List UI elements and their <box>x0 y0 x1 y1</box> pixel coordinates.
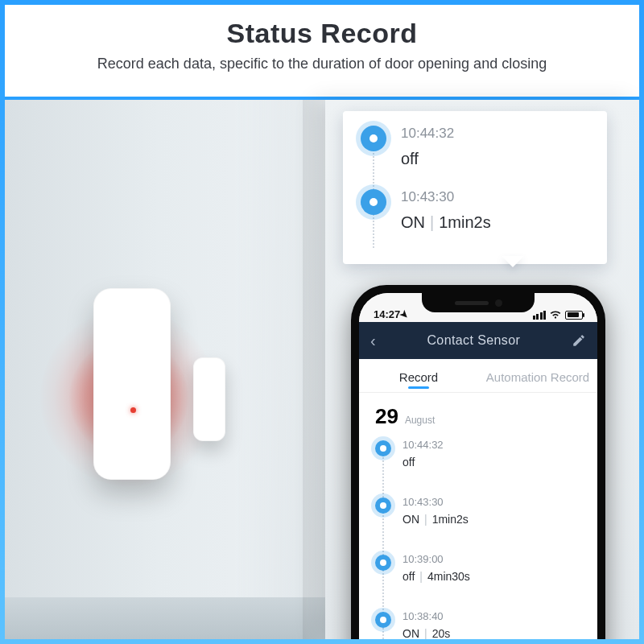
event-time: 10:44:32 <box>402 439 583 451</box>
back-chevron-icon[interactable]: ‹ <box>370 332 376 350</box>
event-time: 10:38:40 <box>402 610 583 622</box>
timeline-dot-icon <box>375 555 391 571</box>
timeline-dot-icon <box>361 189 386 215</box>
timeline-event[interactable]: 10:39:00 off|4min30s <box>375 553 583 610</box>
event-time: 10:39:00 <box>402 553 583 565</box>
tab-bar: Record Automation Record <box>359 359 597 393</box>
state-text: ON <box>402 627 419 640</box>
timeline-dot-icon <box>375 497 391 514</box>
event-state: ON|1min2s <box>402 513 583 526</box>
status-icons <box>533 309 584 320</box>
event-state: off|4min30s <box>402 570 583 583</box>
timeline-event[interactable]: 10:38:40 ON|20s <box>375 610 583 644</box>
timeline-dot-icon <box>361 126 386 151</box>
door-sensor-magnet <box>193 357 225 441</box>
date-month: August <box>405 415 435 426</box>
header: Status Record Record each data, specific… <box>5 5 639 100</box>
record-list: 29 August 10:44:32 off 10:43:30 ON|1min2… <box>359 393 597 644</box>
callout-event: 10:44:32 off <box>361 126 589 189</box>
app-title: Contact Sensor <box>376 333 572 348</box>
timeline: 10:44:32 off 10:43:30 ON|1min2s 10:39:00 <box>375 439 583 644</box>
callout-event: 10:43:30 ON|1min2s <box>361 189 589 253</box>
event-state: ON|1min2s <box>401 213 589 232</box>
feature-subtitle: Record each data, specific to the durati… <box>21 56 623 72</box>
state-text: off <box>402 570 415 583</box>
event-time: 10:43:30 <box>402 496 583 508</box>
product-feature-card: Status Record Record each data, specific… <box>0 0 644 644</box>
status-time: 14:27➤ <box>374 308 408 320</box>
duration-text: 20s <box>432 627 451 640</box>
timeline-dot-icon <box>375 612 391 628</box>
date-header: 29 August <box>374 401 583 439</box>
separator: | <box>419 570 423 583</box>
timeline-dot-icon <box>375 440 391 456</box>
phone-notch <box>422 293 535 312</box>
timeline-event[interactable]: 10:43:30 ON|1min2s <box>375 496 583 553</box>
door-sensor-main <box>93 288 171 480</box>
date-day: 29 <box>375 404 398 429</box>
app-header: ‹ Contact Sensor <box>359 322 597 359</box>
state-text: ON <box>401 213 425 231</box>
tab-record[interactable]: Record <box>359 359 478 392</box>
record-callout: 10:44:32 off 10:43:30 ON|1min2s <box>343 111 607 264</box>
event-state: off <box>401 150 589 168</box>
battery-icon <box>565 311 583 320</box>
event-state: ON|20s <box>402 627 583 640</box>
timeline-event[interactable]: 10:44:32 off <box>375 439 583 496</box>
separator: | <box>424 627 427 640</box>
wifi-icon <box>550 309 561 320</box>
state-text: ON <box>402 513 419 526</box>
feature-title: Status Record <box>21 18 623 49</box>
separator: | <box>424 513 427 526</box>
cellular-signal-icon <box>533 311 547 320</box>
phone-mockup: 14:27➤ ‹ Contact Sensor Record Automatio… <box>351 285 605 644</box>
event-state: off <box>402 456 583 469</box>
clock-text: 14:27 <box>374 308 400 320</box>
edit-pencil-icon[interactable] <box>572 333 586 348</box>
duration-text: 4min30s <box>427 570 470 583</box>
event-time: 10:43:30 <box>401 189 589 205</box>
phone-screen: 14:27➤ ‹ Contact Sensor Record Automatio… <box>359 293 597 644</box>
separator: | <box>430 213 434 231</box>
callout-timeline: 10:44:32 off 10:43:30 ON|1min2s <box>361 126 589 253</box>
tab-automation-record[interactable]: Automation Record <box>478 359 597 392</box>
duration-text: 1min2s <box>432 513 469 526</box>
duration-text: 1min2s <box>439 213 490 231</box>
event-time: 10:44:32 <box>401 126 589 142</box>
